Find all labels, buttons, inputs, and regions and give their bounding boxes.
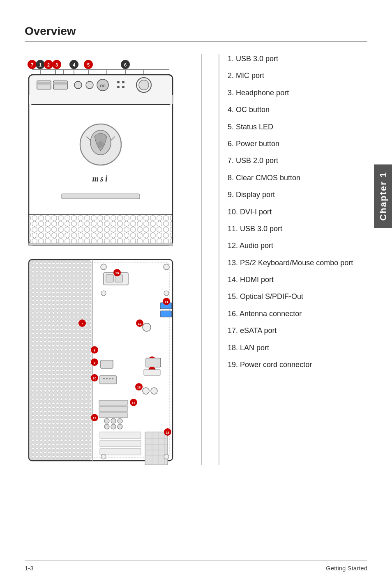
svg-text:1: 1 [39, 62, 42, 67]
svg-rect-87 [100, 376, 116, 384]
port-number: 18. [228, 344, 238, 352]
svg-rect-29 [53, 82, 67, 85]
svg-point-94 [143, 388, 149, 394]
svg-point-107 [111, 424, 116, 429]
svg-point-64 [164, 291, 169, 296]
svg-point-89 [106, 378, 108, 379]
svg-point-31 [86, 81, 93, 89]
front-panel-diagram: 7 1 2 3 4 5 [25, 54, 185, 247]
port-label: Audio port [240, 241, 273, 250]
svg-point-57 [164, 264, 169, 270]
port-number: 7. [228, 156, 234, 165]
svg-text:5: 5 [87, 62, 90, 67]
port-number: 19. [228, 361, 238, 369]
port-label: Antenna connector [240, 310, 302, 318]
port-number: 15. [228, 292, 238, 301]
svg-text:9: 9 [94, 361, 96, 365]
svg-point-35 [122, 81, 125, 83]
svg-rect-110 [100, 440, 141, 447]
svg-point-34 [117, 81, 120, 83]
port-number: 8. [228, 174, 234, 182]
port-item: 4. OC button [228, 105, 367, 115]
svg-rect-44 [62, 194, 140, 199]
svg-text:17: 17 [132, 401, 136, 405]
port-label: DVI-I port [240, 208, 272, 216]
port-number: 1. [228, 55, 234, 63]
port-number: 9. [228, 191, 234, 199]
svg-rect-25 [29, 95, 173, 104]
svg-rect-109 [100, 432, 141, 439]
port-label: Display port [236, 191, 275, 199]
port-label: Headphone port [236, 89, 289, 97]
svg-rect-47 [30, 215, 172, 244]
port-label: HDMI port [240, 276, 274, 284]
svg-point-106 [104, 424, 109, 429]
port-item: 16. Antenna connector [228, 309, 367, 319]
svg-point-90 [109, 378, 111, 379]
svg-point-104 [111, 418, 116, 423]
port-label: eSATA port [240, 326, 277, 335]
port-label: Status LED [236, 123, 273, 131]
port-item: 12. Audio port [228, 241, 367, 250]
port-item: 10. DVI-I port [228, 207, 367, 217]
svg-point-37 [122, 86, 125, 88]
svg-text:11: 11 [165, 300, 168, 304]
port-item: 17. eSATA port [228, 326, 367, 335]
svg-rect-59 [106, 275, 113, 282]
port-item: 5. Status LED [228, 122, 367, 132]
svg-text:msi: msi [92, 174, 109, 183]
port-label: MIC port [236, 71, 264, 80]
port-item: 18. LAN port [228, 343, 367, 353]
port-item: 19. Power cord connector [228, 360, 367, 370]
svg-rect-53 [30, 260, 91, 460]
port-label: USB 3.0 port [236, 55, 278, 63]
svg-point-108 [118, 424, 122, 429]
svg-point-105 [118, 418, 122, 423]
svg-text:6: 6 [124, 62, 127, 67]
port-label: Clear CMOS button [236, 174, 300, 182]
port-label: LAN port [240, 344, 269, 352]
port-label: Optical S/PDIF-Out [240, 292, 303, 301]
svg-point-120 [101, 454, 106, 459]
svg-text:OC: OC [100, 84, 106, 88]
chapter-tab: Chapter 1 [374, 164, 392, 228]
port-item: 8. Clear CMOS button [228, 173, 367, 183]
svg-text:13: 13 [138, 322, 142, 326]
svg-point-78 [143, 323, 151, 331]
svg-point-42 [97, 141, 104, 148]
port-item: 9. Display port [228, 190, 367, 200]
port-label: USB 3.0 port [240, 225, 282, 233]
svg-rect-84 [144, 370, 160, 375]
svg-rect-81 [146, 358, 161, 367]
svg-point-121 [164, 454, 169, 459]
port-item: 14. HDMI port [228, 275, 367, 285]
back-panel-diagram: 19 7 11 8 [25, 255, 185, 465]
port-number: 10. [228, 208, 238, 216]
port-label: OC button [236, 106, 270, 114]
page-title: Overview [25, 25, 367, 42]
svg-point-36 [117, 86, 120, 88]
port-item: 6. Power button [228, 139, 367, 149]
svg-rect-111 [100, 448, 141, 455]
svg-text:2: 2 [47, 62, 50, 67]
port-item: 13. PS/2 Keyboard/Mouse combo port [228, 258, 367, 268]
port-number: 16. [228, 310, 238, 318]
svg-text:16: 16 [137, 386, 141, 389]
svg-text:3: 3 [55, 62, 58, 67]
port-item: 3. Headphone port [228, 88, 367, 98]
page-header: Overview [25, 25, 367, 42]
diagrams-column: 7 1 2 3 4 5 [25, 54, 185, 465]
svg-rect-100 [99, 413, 128, 418]
svg-point-63 [101, 291, 106, 296]
page-number: 1-3 [25, 565, 34, 572]
port-number: 2. [228, 71, 234, 80]
svg-rect-27 [37, 82, 51, 85]
svg-text:18: 18 [166, 431, 170, 434]
port-label: Power button [236, 140, 279, 148]
port-number: 6. [228, 140, 234, 148]
svg-rect-99 [99, 407, 128, 411]
svg-point-91 [112, 378, 113, 379]
port-number: 3. [228, 89, 234, 97]
ports-column: 1. USB 3.0 port2. MIC port3. Headphone p… [219, 54, 367, 465]
port-item: 15. Optical S/PDIF-Out [228, 292, 367, 301]
